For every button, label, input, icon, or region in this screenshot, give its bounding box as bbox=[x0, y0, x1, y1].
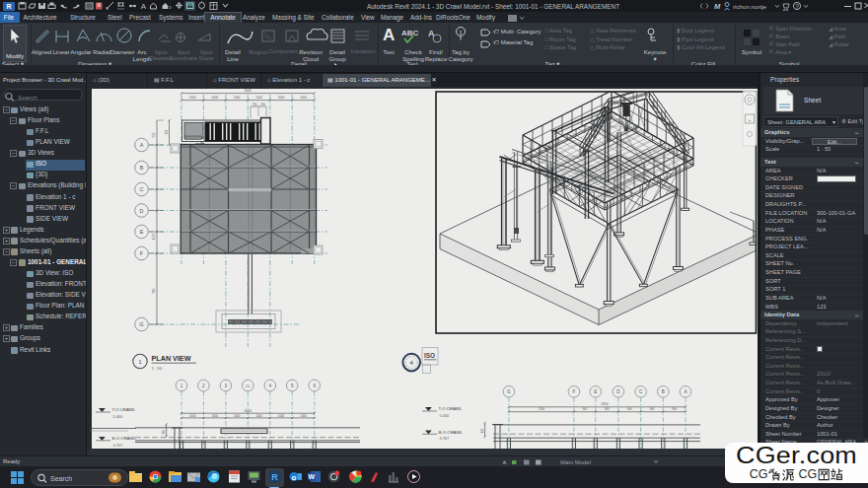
svg-text:1000: 1000 bbox=[234, 96, 241, 100]
svg-text:1000: 1000 bbox=[189, 96, 196, 100]
svg-text:6000: 6000 bbox=[245, 89, 252, 93]
svg-text:R: R bbox=[271, 472, 278, 482]
svg-text:B: B bbox=[662, 389, 665, 394]
svg-text:G: G bbox=[139, 321, 143, 327]
svg-text:F: F bbox=[572, 389, 575, 394]
svg-text:Search: Search bbox=[50, 474, 72, 481]
svg-text:ABC: ABC bbox=[401, 29, 419, 37]
svg-text:T.O CRAWL: T.O CRAWL bbox=[112, 407, 136, 412]
svg-text:900: 900 bbox=[605, 407, 610, 411]
svg-text:900: 900 bbox=[627, 407, 632, 411]
svg-text:5.000: 5.000 bbox=[113, 415, 123, 419]
svg-text:455: 455 bbox=[480, 428, 484, 433]
svg-text:1: 1 bbox=[181, 383, 183, 388]
svg-text:6000: 6000 bbox=[245, 409, 252, 413]
svg-text:4: 4 bbox=[269, 383, 272, 388]
svg-text:W: W bbox=[308, 473, 315, 480]
svg-text:1: 1 bbox=[138, 359, 141, 365]
svg-text:1000: 1000 bbox=[255, 96, 262, 100]
svg-text:4: 4 bbox=[410, 360, 414, 366]
svg-text:1000: 1000 bbox=[211, 414, 218, 418]
svg-text:4.767: 4.767 bbox=[440, 437, 450, 441]
svg-text:B.O CRAWL: B.O CRAWL bbox=[112, 436, 137, 441]
svg-text:1000: 1000 bbox=[278, 414, 285, 418]
svg-text:2: 2 bbox=[202, 383, 205, 388]
svg-text:A: A bbox=[141, 2, 147, 11]
svg-text:1000: 1000 bbox=[211, 96, 218, 100]
svg-text:E: E bbox=[140, 229, 144, 235]
svg-text:1 : 50: 1 : 50 bbox=[152, 366, 163, 371]
svg-text:D: D bbox=[140, 208, 144, 214]
svg-text:900: 900 bbox=[152, 288, 156, 293]
svg-text:1000: 1000 bbox=[278, 96, 285, 100]
svg-text:293: 293 bbox=[162, 430, 166, 435]
svg-text:ISO: ISO bbox=[424, 352, 435, 359]
svg-text:6: 6 bbox=[313, 383, 316, 388]
svg-text:1000: 1000 bbox=[234, 414, 241, 418]
svg-text:4125: 4125 bbox=[152, 233, 156, 240]
svg-text:PLAN VIEW: PLAN VIEW bbox=[152, 354, 191, 363]
svg-text:4.707: 4.707 bbox=[113, 444, 123, 448]
svg-text:1000: 1000 bbox=[300, 414, 307, 418]
svg-text:?: ? bbox=[795, 3, 799, 10]
svg-text:900: 900 bbox=[582, 407, 587, 411]
svg-text:3: 3 bbox=[225, 383, 228, 388]
svg-text:C: C bbox=[140, 186, 144, 192]
svg-text:M: M bbox=[714, 2, 721, 11]
svg-text:1000: 1000 bbox=[300, 96, 307, 100]
svg-text:A: A bbox=[140, 142, 144, 148]
svg-text:richon.nortje: richon.nortje bbox=[733, 3, 767, 10]
svg-text:900: 900 bbox=[672, 407, 677, 411]
svg-text:+: + bbox=[749, 117, 752, 123]
svg-text:B: B bbox=[140, 165, 144, 171]
svg-text:1: 1 bbox=[459, 30, 463, 35]
svg-text:A: A bbox=[428, 29, 435, 38]
svg-text:Search: Search bbox=[18, 94, 37, 101]
svg-text:250: 250 bbox=[260, 103, 265, 106]
svg-text:925: 925 bbox=[165, 129, 169, 134]
svg-text:1000: 1000 bbox=[255, 414, 262, 418]
svg-text:5950: 5950 bbox=[601, 402, 608, 406]
svg-text:E: E bbox=[594, 389, 597, 394]
svg-text:T.O CRAWL: T.O CRAWL bbox=[439, 406, 463, 411]
svg-text:o: o bbox=[292, 473, 297, 482]
svg-text:G: G bbox=[507, 389, 511, 394]
svg-text:925: 925 bbox=[152, 132, 156, 137]
svg-text:Main Model: Main Model bbox=[560, 459, 591, 465]
svg-text:5.000: 5.000 bbox=[440, 414, 450, 418]
svg-text:CL: CL bbox=[246, 384, 251, 388]
svg-text:900: 900 bbox=[650, 407, 655, 411]
svg-text:1000: 1000 bbox=[189, 414, 196, 418]
svg-text:5: 5 bbox=[291, 383, 294, 388]
svg-text:1500: 1500 bbox=[539, 407, 545, 411]
svg-text:750: 750 bbox=[253, 103, 257, 106]
svg-text:B.O CRAWL: B.O CRAWL bbox=[439, 430, 464, 435]
